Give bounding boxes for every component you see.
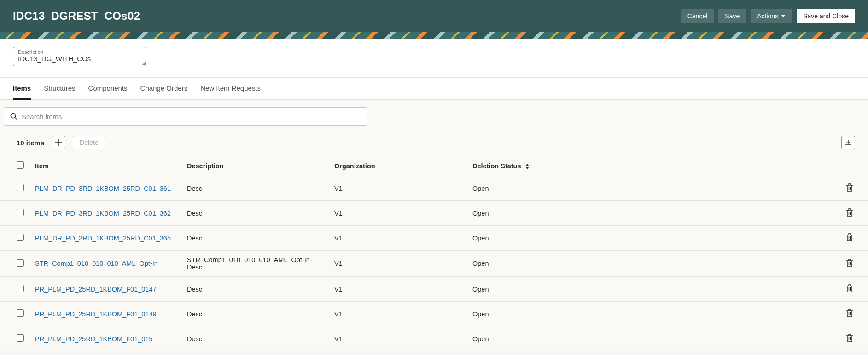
cell-status: Open — [467, 226, 831, 251]
row-checkbox[interactable] — [17, 309, 24, 317]
table-row: PLM_DR_PD_3RD_1KBOM_25RD_C01_361DescV1Op… — [0, 176, 868, 201]
delete-row-button[interactable] — [844, 257, 855, 270]
save-label: Save — [725, 12, 740, 20]
table-row: PLM_DR_PD_3RD_1KBOM_25RD_C01_365DescV1Op… — [0, 226, 868, 251]
save-close-label: Save and Close — [803, 12, 849, 20]
cell-organization: V1 — [329, 251, 467, 277]
cell-organization: V1 — [329, 302, 467, 326]
cell-status: Open — [467, 251, 831, 277]
row-checkbox[interactable] — [17, 259, 24, 267]
cell-status: Open — [467, 277, 831, 302]
delete-row-button[interactable] — [844, 231, 855, 245]
column-header-description[interactable]: Description — [181, 156, 329, 176]
cancel-label: Cancel — [687, 12, 708, 20]
cell-description: Desc — [181, 277, 329, 302]
cell-organization: V1 — [329, 226, 467, 251]
item-link[interactable]: PR_PLM_PD_25RD_1KBOM_F01_0149 — [29, 302, 181, 326]
actions-label: Actions — [757, 12, 778, 20]
cell-status: Open — [467, 326, 831, 351]
row-checkbox[interactable] — [17, 234, 24, 241]
trash-icon — [846, 334, 853, 342]
tabs-bar: ItemsStructuresComponentsChange OrdersNe… — [0, 78, 868, 100]
tab-components[interactable]: Components — [88, 78, 128, 100]
delete-row-button[interactable] — [844, 307, 855, 321]
sort-icon — [525, 164, 530, 169]
deletion-status-label: Deletion Status — [472, 162, 521, 170]
description-section: Description — [0, 39, 868, 78]
cell-description: Desc — [181, 326, 329, 351]
tab-structures[interactable]: Structures — [44, 78, 75, 100]
delete-row-button[interactable] — [844, 282, 855, 296]
search-section — [0, 100, 868, 126]
trash-icon — [846, 233, 853, 241]
description-field-wrap[interactable]: Description — [13, 47, 146, 66]
row-checkbox[interactable] — [17, 184, 24, 191]
item-link[interactable]: PLM_DR_PD_3RD_1KBOM_25RD_C01_365 — [29, 226, 181, 251]
trash-icon — [846, 208, 853, 217]
table-row: PR_PLM_PD_25RD_1KBOM_F01_0149DescV1Open — [0, 302, 868, 326]
item-link[interactable]: PLM_DR_PD_3RD_1KBOM_25RD_C01_362 — [29, 201, 181, 226]
cell-status: Open — [467, 302, 831, 326]
cell-organization: V1 — [329, 326, 467, 351]
description-label: Description — [18, 49, 141, 55]
save-and-close-button[interactable]: Save and Close — [797, 9, 855, 23]
item-link[interactable]: PR_PLM_PD_25RD_1KBOM_F01_0147 — [29, 277, 181, 302]
cell-status: Open — [467, 176, 831, 201]
cell-organization: V1 — [329, 201, 467, 226]
add-item-button[interactable] — [52, 136, 65, 149]
download-button[interactable] — [841, 136, 855, 149]
page-header: IDC13_DGREST_COs02 Cancel Save Actions S… — [0, 0, 868, 32]
item-count: 10 items — [17, 139, 44, 147]
resize-handle-icon — [142, 62, 146, 65]
delete-selected-button[interactable]: Delete — [73, 136, 105, 149]
cancel-button[interactable]: Cancel — [681, 9, 714, 23]
search-input[interactable] — [22, 113, 361, 120]
description-input[interactable] — [18, 55, 141, 63]
svg-point-0 — [11, 113, 16, 118]
plus-icon — [55, 139, 62, 146]
delete-row-button[interactable] — [844, 206, 855, 220]
trash-icon — [846, 309, 853, 317]
search-input-container[interactable] — [4, 107, 367, 126]
table-row: PR_PLM_PD_25RD_1KBOM_F01_0147DescV1Open — [0, 277, 868, 302]
row-checkbox[interactable] — [17, 334, 24, 342]
trash-icon — [846, 259, 853, 267]
item-link[interactable]: STR_Comp1_010_010_010_AML_Opt-In — [29, 251, 181, 277]
download-icon — [845, 139, 851, 146]
page-title: IDC13_DGREST_COs02 — [13, 10, 140, 23]
cell-description: Desc — [181, 201, 329, 226]
column-header-organization[interactable]: Organization — [329, 156, 467, 176]
tab-items[interactable]: Items — [13, 78, 31, 100]
row-checkbox[interactable] — [17, 285, 24, 292]
cell-status: Open — [467, 201, 831, 226]
decorative-strip — [0, 32, 868, 39]
cell-description: STR_Comp1_010_010_010_AML_Opt-In-Desc — [181, 251, 329, 277]
cell-organization: V1 — [329, 176, 467, 201]
tab-change-orders[interactable]: Change Orders — [140, 78, 188, 100]
item-link[interactable]: PR_PLM_PD_25RD_1KBOM_F01_015 — [29, 326, 181, 351]
delete-row-button[interactable] — [844, 332, 855, 345]
table-top-bar: 10 items Delete — [0, 126, 868, 156]
select-all-checkbox[interactable] — [17, 161, 24, 169]
table-top-left: 10 items Delete — [17, 136, 105, 149]
tab-new-item-requests[interactable]: New Item Requests — [200, 78, 261, 100]
save-button[interactable]: Save — [718, 9, 746, 23]
item-link[interactable]: PLM_DR_PD_3RD_1KBOM_25RD_C01_361 — [29, 176, 181, 201]
cell-description: Desc — [181, 302, 329, 326]
table-row: PR_PLM_PD_25RD_1KBOM_F01_015DescV1Open — [0, 326, 868, 351]
cell-organization: V1 — [329, 277, 467, 302]
delete-row-button[interactable] — [844, 182, 855, 195]
table-row: STR_Comp1_010_010_010_AML_Opt-InSTR_Comp… — [0, 251, 868, 277]
cell-description: Desc — [181, 176, 329, 201]
actions-button[interactable]: Actions — [751, 9, 792, 23]
cell-description: Desc — [181, 226, 329, 251]
column-header-deletion-status[interactable]: Deletion Status — [467, 156, 831, 176]
chevron-down-icon — [781, 15, 786, 17]
header-actions: Cancel Save Actions Save and Close — [681, 9, 855, 23]
trash-icon — [846, 183, 853, 192]
delete-label: Delete — [80, 139, 98, 146]
trash-icon — [846, 284, 853, 292]
row-checkbox[interactable] — [17, 209, 24, 216]
svg-line-1 — [15, 117, 17, 120]
column-header-item[interactable]: Item — [29, 156, 181, 176]
